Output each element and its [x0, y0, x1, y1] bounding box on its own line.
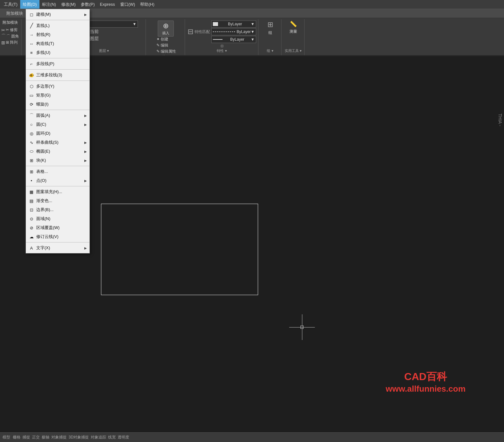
helix-icon: ⟳	[29, 101, 34, 107]
group-label: 组	[268, 30, 272, 36]
bylayer-linetype-dropdown[interactable]: ByLayer ▼	[211, 28, 256, 35]
spline-icon: ∿	[29, 140, 34, 145]
menu-item-boundary[interactable]: ⊡ 边界(B)...	[26, 205, 89, 214]
menu-express[interactable]: Express	[97, 0, 118, 9]
3d-polyline-icon: 🐠	[29, 72, 34, 78]
donut-icon: ◎	[29, 131, 34, 136]
spline-label: 样条曲线(S)	[36, 140, 58, 145]
menu-item-gradient[interactable]: ▤ 渐变色...	[26, 196, 89, 205]
watermark: CAD百科 www.allfunnies.com	[386, 370, 466, 394]
layer-group-label: 图层 ▾	[99, 48, 109, 54]
menu-annotate[interactable]: 标注(N)	[39, 0, 59, 9]
point-label: 点(O)	[36, 178, 46, 183]
arc-label: 圆弧(A)	[36, 113, 50, 118]
create-btn[interactable]: ✦ 创建	[156, 37, 176, 42]
sep7	[26, 186, 89, 186]
match-props-btn[interactable]: 特性匹配	[195, 29, 210, 35]
array-icon: ⊞	[1, 40, 5, 45]
ortho-btn[interactable]: 正交	[32, 435, 40, 440]
trim-label[interactable]: ✂ 修剪	[6, 27, 18, 33]
circle-icon: ○	[29, 122, 34, 127]
menu-item-helix[interactable]: ⟳ 螺旋(I)	[26, 100, 89, 109]
helix-label: 螺旋(I)	[36, 101, 48, 107]
tab-attach-module[interactable]: 附加模块	[3, 10, 27, 17]
menu-item-block[interactable]: ⊞ 块(K)	[26, 156, 89, 165]
menu-item-3d-polyline[interactable]: 🐠 三维多段线(3)	[26, 71, 89, 80]
point-icon: •	[29, 178, 34, 183]
measure-label: 测量	[290, 29, 297, 34]
snap-btn[interactable]: 捕捉	[22, 435, 30, 440]
array-label[interactable]: ⊞ 阵列	[6, 40, 18, 45]
otrack-btn[interactable]: 对象追踪	[91, 435, 106, 440]
gradient-label: 渐变色...	[36, 198, 52, 204]
model-tab[interactable]: 模型	[3, 435, 10, 440]
menu-window[interactable]: 窗口(W)	[118, 0, 138, 9]
menu-item-spline[interactable]: ∿ 样条曲线(S)	[26, 138, 89, 147]
ellipse-label: 椭圆(E)	[36, 149, 50, 154]
ribbon-group-properties: ⊟ 特性匹配 ByLayer ▼ ByLayer ▼	[186, 19, 258, 55]
menu-item-point[interactable]: • 点(O)	[26, 176, 89, 185]
construct-label: 构造线(T)	[36, 41, 54, 47]
menu-params[interactable]: 参数(P)	[78, 0, 97, 9]
bylayer-color-dropdown[interactable]: ByLayer ▼	[211, 21, 256, 28]
menu-bar: 工具(T) 绘图(D) 标注(N) 修改(M) 参数(P) Express 窗口…	[0, 0, 504, 9]
menu-modify[interactable]: 修改(M)	[59, 0, 79, 9]
revcloud-label: 修订云线(V)	[36, 234, 58, 240]
menu-item-polyline[interactable]: ⌐ 多段线(P)	[26, 59, 89, 68]
line-icon: ╱	[29, 23, 34, 29]
menu-item-ellipse[interactable]: ⬭ 椭圆(E)	[26, 147, 89, 156]
drawing-rectangle	[101, 204, 258, 295]
ribbon-group-block: ⊕ 插入 ✦ 创建 ✎ 编辑 ✎ 编辑属性 块 ▾	[147, 19, 185, 55]
menu-item-donut[interactable]: ◎ 圆环(D)	[26, 129, 89, 138]
menu-item-multiline[interactable]: ≡ 多线(U)	[26, 48, 89, 57]
menu-item-revcloud[interactable]: ☁ 修订云线(V)	[26, 232, 89, 241]
menu-item-rect[interactable]: ▭ 矩形(G)	[26, 91, 89, 100]
edit-attr-btn[interactable]: ✎ 编辑属性	[156, 49, 176, 54]
build-icon: ◻	[29, 12, 34, 17]
grid-btn[interactable]: 栅格	[13, 435, 21, 440]
sep2	[26, 58, 89, 58]
menu-item-polygon[interactable]: ⬡ 多边形(Y)	[26, 82, 89, 91]
polar-btn[interactable]: 极轴	[42, 435, 49, 440]
menu-item-ray[interactable]: → 射线(R)	[26, 30, 89, 39]
properties-expand-btn[interactable]: ⊡	[221, 44, 223, 48]
menu-item-arc[interactable]: ⌒ 圆弧(A)	[26, 111, 89, 120]
region-label: 面域(N)	[36, 216, 50, 222]
table-label: 表格...	[36, 169, 48, 174]
measure-group-label: 实用工具 ▾	[285, 48, 302, 54]
fillet-label[interactable]: ⌒ 圆角	[6, 34, 19, 39]
menu-item-circle[interactable]: ○ 圆(C)	[26, 120, 89, 129]
attach-module-btn[interactable]: 附加模块	[1, 19, 19, 26]
insert-btn[interactable]: ⊕ 插入	[158, 21, 174, 37]
menu-item-text[interactable]: A 文字(X)	[26, 243, 89, 252]
menu-item-table[interactable]: ⊞ 表格...	[26, 167, 89, 176]
sep1	[26, 20, 89, 20]
menu-item-hatch[interactable]: ▦ 图案填充(H)...	[26, 187, 89, 196]
revcloud-icon: ☁	[29, 234, 34, 240]
menu-help[interactable]: 帮助(H)	[138, 0, 157, 9]
thia-label: THIA -	[496, 112, 504, 128]
menu-draw[interactable]: 绘图(D)	[20, 0, 39, 9]
polyline-icon: ⌐	[29, 61, 34, 67]
hatch-icon: ▦	[29, 189, 34, 195]
menu-item-build[interactable]: ◻ 建模(M)	[26, 10, 89, 19]
menu-tools[interactable]: 工具(T)	[1, 0, 20, 9]
menu-item-region[interactable]: ⊙ 面域(N)	[26, 214, 89, 223]
circle-label: 圆(C)	[36, 122, 46, 127]
donut-label: 圆环(D)	[36, 131, 50, 136]
group-icon: ⊞	[267, 21, 273, 29]
lineweight-btn[interactable]: 线宽	[108, 435, 116, 440]
ray-label: 射线(R)	[36, 32, 50, 38]
3dosnap-btn[interactable]: 3D对象捕捉	[69, 435, 89, 440]
bylayer-lineweight-dropdown[interactable]: ByLayer ▼	[211, 36, 256, 43]
menu-item-wipeout[interactable]: ⊘ 区域覆盖(W)	[26, 223, 89, 232]
dropdown-menu-container: ◻ 建模(M) ╱ 直线(L) → 射线(R) ↔ 构造线(T) ≡ 多线(U)…	[26, 9, 90, 253]
menu-item-line[interactable]: ╱ 直线(L)	[26, 21, 89, 30]
polygon-label: 多边形(Y)	[36, 83, 54, 89]
transparency-btn[interactable]: 透明度	[118, 435, 129, 440]
3d-polyline-label: 三维多段线(3)	[36, 72, 62, 78]
edit-btn[interactable]: ✎ 编辑	[156, 43, 176, 48]
osnap-btn[interactable]: 对象捕捉	[51, 435, 67, 440]
table-icon: ⊞	[29, 169, 34, 174]
menu-item-construct-line[interactable]: ↔ 构造线(T)	[26, 39, 89, 48]
